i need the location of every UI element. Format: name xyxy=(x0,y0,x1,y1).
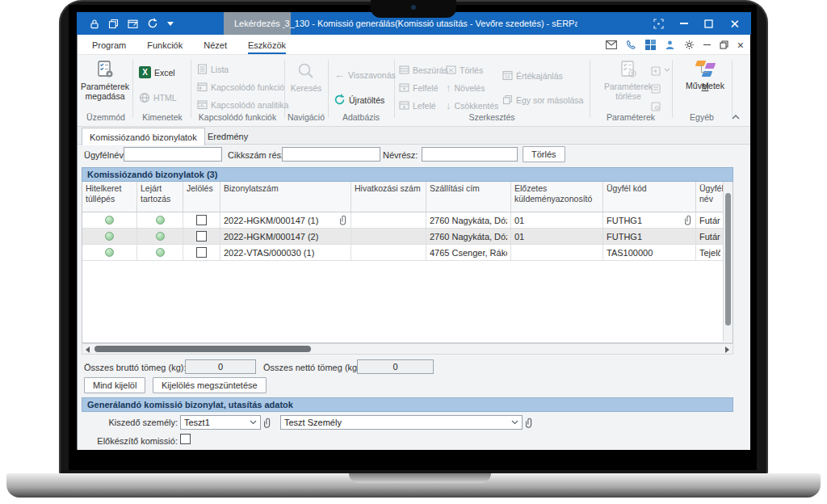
noveles-button[interactable]: ↑ Növelés xyxy=(446,82,485,93)
kapcsolodo-analitika-button[interactable]: Kapcsolódó analitika xyxy=(197,99,288,110)
table-row[interactable]: 2022-VTAS/000030 (1) 4765 Csenger, Rákóc… xyxy=(82,245,724,261)
col-lejart[interactable]: Lejárt tartozás xyxy=(137,182,183,212)
menu-eszkozok[interactable]: Eszközök xyxy=(248,35,286,55)
col-hitelkeret[interactable]: Hitelkeret túllépés xyxy=(82,182,137,212)
phone-icon[interactable] xyxy=(626,40,636,50)
ribbon-collapse-chevron-icon[interactable] xyxy=(732,115,740,120)
refresh-icon[interactable] xyxy=(147,18,158,29)
net-weight-value: 0 xyxy=(357,359,434,374)
row-select-checkbox[interactable] xyxy=(196,247,207,258)
col-ugyfel-kod[interactable]: Ügyfél kód xyxy=(603,182,696,212)
param-small-icon-2[interactable] xyxy=(651,84,661,94)
paperclip-icon[interactable] xyxy=(685,215,692,225)
vertical-scrollbar-thumb[interactable] xyxy=(725,193,731,326)
html-button[interactable]: HTML xyxy=(139,92,177,103)
filter-item-number-input[interactable] xyxy=(282,147,380,162)
menu-nezet[interactable]: Nézet xyxy=(204,35,227,55)
child-minimize-icon[interactable] xyxy=(703,44,711,46)
ribbon-group-parameterek: Paraméterek xyxy=(591,112,670,122)
menu-funkciok[interactable]: Funkciók xyxy=(147,35,183,55)
operations-icon xyxy=(695,60,716,79)
col-ugyfel-nev[interactable]: Ügyfél név xyxy=(696,182,724,212)
paperclip-icon[interactable] xyxy=(264,418,271,428)
parameterek-torlese-button[interactable]: Paraméterek törlése xyxy=(599,60,657,102)
move-down-row-icon xyxy=(399,100,409,111)
child-close-icon[interactable]: × xyxy=(737,40,744,51)
prep-komissio-checkbox[interactable] xyxy=(180,434,191,444)
gross-weight-value: 0 xyxy=(185,359,256,374)
filter-clear-button[interactable]: Törlés xyxy=(523,146,565,162)
linked-chart-icon xyxy=(197,99,208,110)
muveletek-button[interactable]: M Műveletek xyxy=(682,60,728,91)
scroll-right-arrow-icon[interactable] xyxy=(725,346,729,353)
col-bizonylatszam[interactable]: Bizonylatszám xyxy=(220,182,351,212)
scroll-left-arrow-icon[interactable] xyxy=(86,346,90,353)
mail-icon[interactable] xyxy=(606,40,617,49)
filter-customer-name-input[interactable] xyxy=(124,147,222,162)
kapcsolodo-funkcio-button[interactable]: Kapcsolódó funkció xyxy=(197,82,284,92)
delete-row-icon xyxy=(446,65,456,75)
tab-komissiozando-bizonylatok[interactable]: Komissiózandó bizonylatok xyxy=(82,128,205,145)
reload-icon xyxy=(334,94,346,106)
kereses-button[interactable]: Keresés xyxy=(284,61,328,93)
parameters-setup-button[interactable]: Paraméterek megadása xyxy=(78,60,132,102)
content-panel: Ügyfélnév: Cikkszám rész: Névrész: Törlé… xyxy=(78,145,750,450)
col-jeloles[interactable]: Jelölés xyxy=(183,182,220,212)
deselect-all-button[interactable]: Kijelölés megszüntetése xyxy=(153,377,267,393)
decrease-arrow-icon: ↓ xyxy=(446,100,451,111)
lista-button[interactable]: Lista xyxy=(197,64,229,74)
minimize-icon[interactable] xyxy=(680,23,688,24)
param-small-icon-1[interactable] xyxy=(651,66,661,76)
lefele-button[interactable]: Lefelé xyxy=(399,100,436,111)
visszavonas-button[interactable]: ← Visszavonás xyxy=(334,69,396,80)
ertekajanlas-button[interactable]: 23 Értékajánlás xyxy=(502,70,563,81)
tab-eredmeny[interactable]: Eredmény xyxy=(200,128,255,145)
user-icon[interactable] xyxy=(665,40,675,50)
col-elozetes[interactable]: Előzetes küldeményazonosító xyxy=(511,182,603,212)
menu-program[interactable]: Program xyxy=(92,35,126,55)
beszuras-button[interactable]: Beszúrás xyxy=(399,65,448,75)
egy-sor-masolasa-button[interactable]: Egy sor másolása xyxy=(502,94,583,105)
maximize-icon[interactable] xyxy=(704,19,713,28)
combo-caret-icon[interactable] xyxy=(511,420,518,425)
window-edit-icon[interactable] xyxy=(128,19,138,29)
dropdown-caret-icon[interactable] xyxy=(167,22,174,26)
param-small-icon-3[interactable] xyxy=(651,102,661,111)
csokkentes-button[interactable]: ↓ Csökkentés xyxy=(446,100,498,111)
paperclip-icon[interactable] xyxy=(526,418,533,428)
picker-code-combobox[interactable]: Teszt1 xyxy=(180,415,261,430)
copy-pages-icon[interactable] xyxy=(108,19,119,29)
excel-button[interactable]: X Excel xyxy=(139,66,175,78)
ribbon-group-egyeb: Egyéb xyxy=(674,112,730,122)
prep-komissio-label: Előkészítő komissió: xyxy=(84,436,178,446)
col-szallitasi[interactable]: Szállítási cím xyxy=(426,182,511,212)
titlebar-tab-lekerdezes[interactable]: Lekérdezés xyxy=(224,12,291,35)
gear-icon[interactable] xyxy=(684,40,695,50)
child-restore-icon[interactable] xyxy=(720,40,728,49)
horizontal-scrollbar-thumb[interactable] xyxy=(94,346,311,352)
ribbon-group-szerkesztes: Szerkesztés xyxy=(396,112,588,122)
select-all-button[interactable]: Mind kijelöl xyxy=(84,377,145,393)
horizontal-scrollbar[interactable] xyxy=(82,343,733,355)
row-select-checkbox[interactable] xyxy=(196,231,207,242)
table-row[interactable]: 2022-HGKM/000147 (2) 2760 Nagykáta, Dózs… xyxy=(82,229,724,245)
focus-mode-icon[interactable] xyxy=(653,19,664,29)
lock-icon[interactable] xyxy=(90,19,99,29)
apps-grid-icon[interactable] xyxy=(645,40,656,50)
felfele-button[interactable]: Felfelé xyxy=(399,82,439,93)
vertical-scrollbar[interactable] xyxy=(723,182,733,342)
row-select-checkbox[interactable] xyxy=(196,215,207,225)
picker-name-combobox[interactable]: Teszt Személy xyxy=(280,415,523,430)
combo-caret-icon[interactable] xyxy=(250,420,257,425)
table-row[interactable]: 2022-HGKM/000147 (1) 2760 Nagykáta, Dózs… xyxy=(82,212,724,229)
ribbon-group-kimenetek: Kimenetek xyxy=(134,112,191,122)
laptop-base xyxy=(6,473,821,498)
torles-row-button[interactable]: Törlés xyxy=(446,65,483,75)
menu-items: Program Funkciók Nézet Eszközök xyxy=(92,35,286,55)
filter-name-part-input[interactable] xyxy=(422,147,518,162)
paperclip-icon[interactable] xyxy=(340,215,347,225)
param-dropdown-chevron-icon[interactable] xyxy=(664,68,670,72)
ujratoltes-button[interactable]: Újratöltés xyxy=(334,94,384,106)
col-hivatkozasi[interactable]: Hivatkozási szám xyxy=(351,182,426,212)
close-icon[interactable]: ✕ xyxy=(729,18,740,30)
